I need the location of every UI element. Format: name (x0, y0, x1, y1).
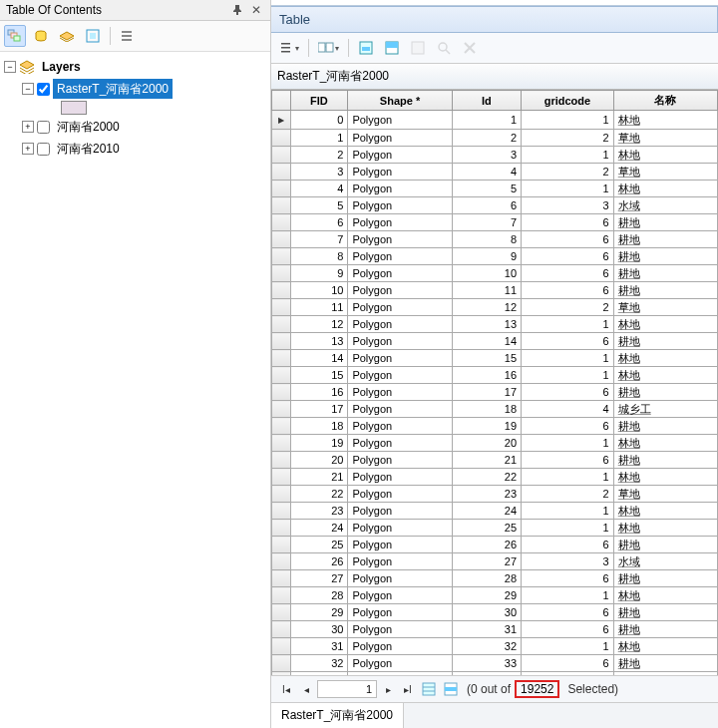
cell[interactable]: 水域 (613, 197, 717, 214)
column-header[interactable]: FID (290, 91, 348, 111)
cell[interactable]: 耕地 (613, 384, 717, 401)
cell[interactable]: Polygon (348, 537, 452, 553)
cell[interactable]: Polygon (348, 553, 452, 570)
row-selector[interactable] (272, 418, 291, 435)
cell[interactable]: 草地 (613, 164, 717, 181)
cell[interactable]: 26 (452, 537, 521, 553)
list-by-visibility-button[interactable] (56, 25, 78, 47)
layer-item[interactable]: +河南省2000 (2, 116, 268, 138)
cell[interactable]: 23 (290, 503, 348, 520)
row-selector[interactable] (272, 621, 291, 638)
row-selector[interactable] (272, 367, 291, 384)
list-by-source-button[interactable] (30, 25, 52, 47)
cell[interactable]: 1 (522, 587, 614, 604)
cell[interactable]: 21 (452, 452, 521, 469)
cell[interactable]: 33 (452, 655, 521, 672)
cell[interactable]: 6 (522, 214, 614, 231)
cell[interactable]: Polygon (348, 248, 452, 265)
cell[interactable]: 1 (522, 469, 614, 486)
cell[interactable]: 6 (522, 418, 614, 435)
cell[interactable]: 1 (290, 130, 348, 147)
list-by-drawing-order-button[interactable] (4, 25, 26, 47)
options-button[interactable] (117, 25, 139, 47)
cell[interactable]: 2 (522, 486, 614, 503)
cell[interactable]: 31 (452, 621, 521, 638)
cell[interactable]: 14 (290, 350, 348, 367)
layer-item[interactable]: +河南省2010 (2, 138, 268, 160)
cell[interactable]: 城乡工 (613, 401, 717, 418)
cell[interactable]: 林地 (613, 469, 717, 486)
table-tab[interactable]: RasterT_河南省2000 (271, 703, 404, 728)
cell[interactable]: Polygon (348, 520, 452, 537)
table-row[interactable]: 30Polygon316耕地 (272, 621, 718, 638)
cell[interactable]: Polygon (348, 147, 452, 164)
show-all-records-button[interactable] (420, 681, 438, 697)
cell[interactable]: 4 (522, 401, 614, 418)
cell[interactable]: 4 (290, 181, 348, 197)
cell[interactable]: 30 (290, 621, 348, 638)
cell[interactable]: Polygon (348, 111, 452, 130)
layer-label[interactable]: 河南省2010 (53, 139, 124, 159)
table-row[interactable]: 25Polygon266耕地 (272, 537, 718, 553)
cell[interactable]: 24 (290, 520, 348, 537)
row-selector[interactable] (272, 197, 291, 214)
cell[interactable]: 28 (452, 570, 521, 587)
table-row[interactable]: 3Polygon42草地 (272, 164, 718, 181)
table-row[interactable]: 4Polygon51林地 (272, 181, 718, 197)
collapse-icon[interactable]: − (4, 61, 16, 73)
column-header[interactable]: 名称 (613, 91, 717, 111)
layer-visibility-checkbox[interactable] (37, 143, 50, 156)
cell[interactable]: 林地 (613, 587, 717, 604)
cell[interactable]: 5 (290, 197, 348, 214)
cell[interactable]: 17 (290, 401, 348, 418)
cell[interactable]: 2 (522, 130, 614, 147)
cell[interactable]: 11 (452, 282, 521, 299)
cell[interactable]: Polygon (348, 604, 452, 621)
cell[interactable]: 26 (290, 553, 348, 570)
cell[interactable]: Polygon (348, 418, 452, 435)
row-selector[interactable] (272, 214, 291, 231)
cell[interactable]: 6 (522, 282, 614, 299)
cell[interactable]: Polygon (348, 384, 452, 401)
cell[interactable]: 林地 (613, 367, 717, 384)
cell[interactable]: 30 (452, 604, 521, 621)
select-by-attributes-button[interactable] (355, 37, 377, 59)
cell[interactable]: 25 (290, 537, 348, 553)
cell[interactable]: 4 (452, 164, 521, 181)
table-row[interactable]: 24Polygon251林地 (272, 520, 718, 537)
cell[interactable]: Polygon (348, 299, 452, 316)
cell[interactable]: 1 (522, 147, 614, 164)
cell[interactable]: 1 (522, 316, 614, 333)
cell[interactable]: 5 (452, 181, 521, 197)
cell[interactable]: 1 (522, 181, 614, 197)
table-grid[interactable]: FIDShape *Idgridcode名称 0Polygon11林地1Poly… (271, 90, 718, 675)
show-selected-records-button[interactable] (442, 681, 460, 697)
cell[interactable]: 29 (290, 604, 348, 621)
cell[interactable]: 8 (290, 248, 348, 265)
cell[interactable]: 7 (452, 214, 521, 231)
pin-icon[interactable] (232, 5, 248, 15)
table-row[interactable]: 26Polygon273水域 (272, 553, 718, 570)
cell[interactable]: 3 (290, 164, 348, 181)
cell[interactable]: 32 (290, 655, 348, 672)
row-selector[interactable] (272, 350, 291, 367)
table-options-button[interactable]: ▾ (277, 37, 302, 59)
table-row[interactable]: 32Polygon336耕地 (272, 655, 718, 672)
table-row[interactable]: 18Polygon196耕地 (272, 418, 718, 435)
layer-item[interactable]: −RasterT_河南省2000 (2, 78, 268, 100)
layer-tree[interactable]: − Layers −RasterT_河南省2000+河南省2000+河南省201… (0, 52, 270, 728)
cell[interactable]: Polygon (348, 469, 452, 486)
cell[interactable]: Polygon (348, 367, 452, 384)
cell[interactable]: 6 (522, 621, 614, 638)
cell[interactable]: 林地 (613, 181, 717, 197)
cell[interactable]: 25 (452, 520, 521, 537)
cell[interactable]: 6 (522, 231, 614, 248)
cell[interactable]: Polygon (348, 486, 452, 503)
cell[interactable]: Polygon (348, 333, 452, 350)
table-row[interactable]: 2Polygon31林地 (272, 147, 718, 164)
cell[interactable]: Polygon (348, 401, 452, 418)
cell[interactable]: 17 (452, 384, 521, 401)
cell[interactable]: 林地 (613, 147, 717, 164)
table-row[interactable]: 6Polygon76耕地 (272, 214, 718, 231)
row-selector[interactable] (272, 299, 291, 316)
